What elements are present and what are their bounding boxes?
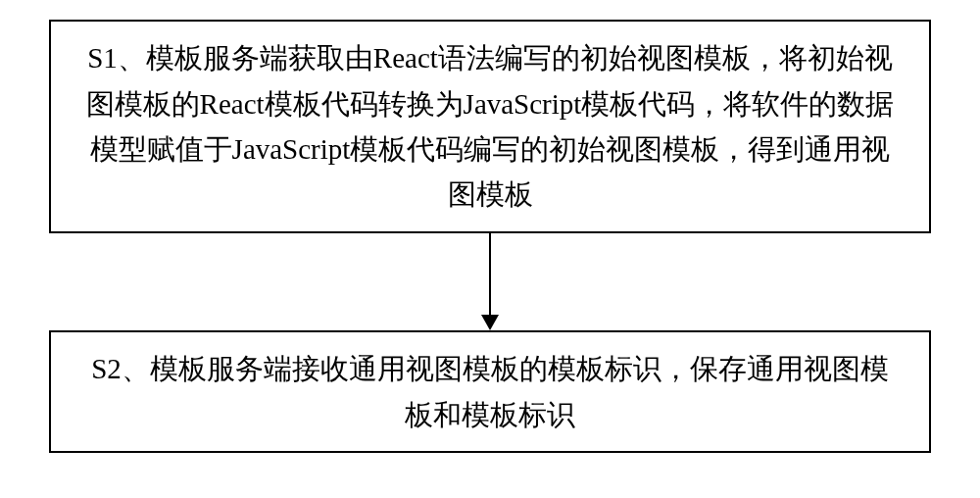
step-1-text: S1、模板服务端获取由React语法编写的初始视图模板，将初始视图模板的Reac… <box>78 35 902 218</box>
step-box-1: S1、模板服务端获取由React语法编写的初始视图模板，将初始视图模板的Reac… <box>49 20 931 233</box>
step-2-text: S2、模板服务端接收通用视图模板的模板标识，保存通用视图模板和模板标识 <box>78 346 902 437</box>
flowchart: S1、模板服务端获取由React语法编写的初始视图模板，将初始视图模板的Reac… <box>0 0 980 498</box>
arrow-shaft <box>489 233 491 317</box>
arrow-head-down <box>481 315 499 330</box>
step-box-2: S2、模板服务端接收通用视图模板的模板标识，保存通用视图模板和模板标识 <box>49 330 931 453</box>
